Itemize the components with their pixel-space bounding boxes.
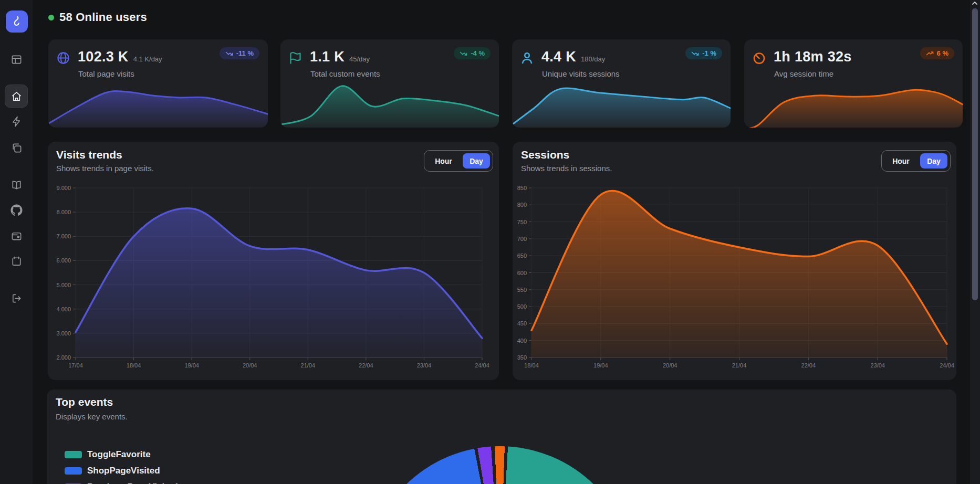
svg-text:17/04: 17/04	[68, 362, 83, 369]
trending-down-icon	[460, 51, 467, 56]
scrollbar-thumb[interactable]	[972, 8, 978, 300]
svg-text:24/04: 24/04	[940, 362, 954, 369]
top-events-pie-chart	[366, 446, 634, 484]
stat-card-custom-events: 1.1 K 45/day Total custom events -4 %	[280, 39, 499, 128]
svg-text:750: 750	[517, 219, 527, 225]
svg-text:4.000: 4.000	[56, 306, 71, 312]
stat-value: 102.3 K	[78, 49, 129, 65]
trending-down-icon	[225, 51, 233, 56]
copy-icon	[11, 142, 23, 154]
trend-badge: -4 %	[454, 47, 491, 59]
visits-trends-chart: 9.0008.0007.0006.0005.0004.0003.0002.000…	[48, 186, 499, 377]
svg-text:800: 800	[517, 202, 527, 208]
svg-text:400: 400	[517, 338, 527, 344]
svg-text:700: 700	[517, 236, 527, 242]
sidebar-item-docs[interactable]	[5, 173, 28, 196]
sidebar-item-calendar[interactable]	[5, 249, 28, 272]
chart-title: Sessions	[521, 149, 569, 161]
svg-text:19/04: 19/04	[184, 362, 199, 369]
stat-rate: 45/day	[349, 55, 370, 63]
trend-badge: 6 %	[920, 47, 954, 59]
user-icon	[520, 51, 534, 65]
github-icon	[11, 204, 23, 216]
trending-down-icon	[691, 51, 699, 56]
scrollbar-up-arrow-icon[interactable]	[972, 1, 978, 5]
stat-label: Unique visits sessions	[542, 69, 620, 78]
sidebar-item-logout[interactable]	[5, 287, 28, 310]
sparkline-session-time	[744, 79, 963, 128]
chart-subtitle: Shows trends in page visits.	[56, 164, 154, 173]
sidebar-item-wallet[interactable]	[5, 224, 28, 247]
sessions-card: Sessions Shows trends in sessions. Hour …	[513, 142, 956, 380]
legend-item-purchasepagevisited[interactable]: PurchasePageVisited	[65, 482, 178, 484]
toggle-hour-button[interactable]: Hour	[882, 157, 920, 165]
sparkline-page-visits	[48, 79, 268, 128]
trend-badge: -1 %	[685, 47, 722, 59]
chart-subtitle: Displays key events.	[56, 412, 128, 421]
svg-text:21/04: 21/04	[301, 362, 316, 369]
svg-text:6.000: 6.000	[56, 257, 71, 264]
svg-text:5.000: 5.000	[56, 282, 71, 288]
sidebar-item-dashboard[interactable]	[5, 48, 28, 71]
svg-text:23/04: 23/04	[417, 362, 432, 369]
svg-text:500: 500	[517, 303, 527, 310]
svg-text:22/04: 22/04	[359, 362, 373, 369]
logout-icon	[11, 292, 23, 304]
online-users-header: 58 Online users	[48, 10, 147, 24]
toggle-day-button[interactable]: Day	[920, 153, 947, 169]
legend-item-shoppagevisited[interactable]: ShopPageVisited	[65, 466, 178, 476]
scrollbar[interactable]	[970, 0, 980, 484]
svg-text:19/04: 19/04	[593, 362, 608, 369]
sidebar-item-pages[interactable]	[5, 136, 28, 159]
page-title: 58 Online users	[59, 10, 147, 24]
interval-toggle: Hour Day	[881, 150, 951, 172]
svg-text:24/04: 24/04	[475, 362, 489, 369]
sidebar-item-github[interactable]	[5, 198, 28, 222]
stat-card-page-visits: 102.3 K 4.1 K/day Total page visits -11 …	[48, 39, 268, 128]
svg-text:23/04: 23/04	[870, 362, 885, 369]
chart-title: Visits trends	[56, 149, 122, 161]
chart-title: Top events	[56, 396, 113, 408]
lightning-bolt-icon	[11, 115, 23, 128]
svg-text:650: 650	[517, 252, 527, 259]
stat-label: Avg session time	[774, 69, 833, 78]
sidebar-item-home[interactable]	[5, 85, 28, 108]
pie-legend: ToggleFavorite ShopPageVisited PurchaseP…	[65, 449, 178, 484]
svg-text:850: 850	[517, 186, 527, 191]
svg-text:8.000: 8.000	[56, 209, 71, 215]
stat-card-session-time: 1h 18m 32s Avg session time 6 %	[744, 39, 963, 128]
svg-text:18/04: 18/04	[127, 362, 141, 369]
svg-text:7.000: 7.000	[56, 233, 71, 239]
calendar-icon	[11, 255, 23, 267]
svg-text:20/04: 20/04	[243, 362, 257, 369]
top-events-card: Top events Displays key events. ToggleFa…	[47, 390, 956, 484]
sidebar-item-events[interactable]	[5, 110, 28, 133]
stat-card-unique-visits: 4.4 K 180/day Unique visits sessions -1 …	[512, 39, 731, 128]
svg-text:18/04: 18/04	[524, 362, 539, 369]
interval-toggle: Hour Day	[424, 150, 493, 172]
sessions-chart: 85080075070065060055050045040035018/0419…	[513, 186, 956, 377]
legend-item-togglefavorite[interactable]: ToggleFavorite	[65, 449, 178, 460]
layout-icon	[11, 54, 23, 66]
stat-value: 4.4 K	[541, 49, 576, 65]
home-icon	[11, 90, 23, 102]
visits-trends-card: Visits trends Shows trends in page visit…	[48, 142, 499, 380]
trend-badge: -11 %	[220, 47, 259, 59]
svg-text:450: 450	[517, 320, 527, 327]
svg-text:600: 600	[517, 270, 527, 276]
legend-swatch	[65, 467, 82, 475]
svg-text:2.000: 2.000	[56, 354, 71, 361]
legend-swatch	[65, 451, 82, 458]
sidebar	[0, 0, 33, 484]
wallet-icon	[11, 230, 23, 242]
stat-rate: 180/day	[581, 55, 605, 63]
toggle-hour-button[interactable]: Hour	[424, 157, 463, 165]
app-logo[interactable]	[6, 10, 28, 33]
sparkline-unique-visits	[512, 79, 731, 128]
logo-wave-icon	[10, 15, 24, 28]
stat-label: Total page visits	[78, 69, 134, 78]
toggle-day-button[interactable]: Day	[463, 153, 490, 169]
stat-value: 1h 18m 32s	[774, 49, 852, 65]
svg-text:20/04: 20/04	[663, 362, 677, 369]
stat-value: 1.1 K	[310, 49, 345, 65]
